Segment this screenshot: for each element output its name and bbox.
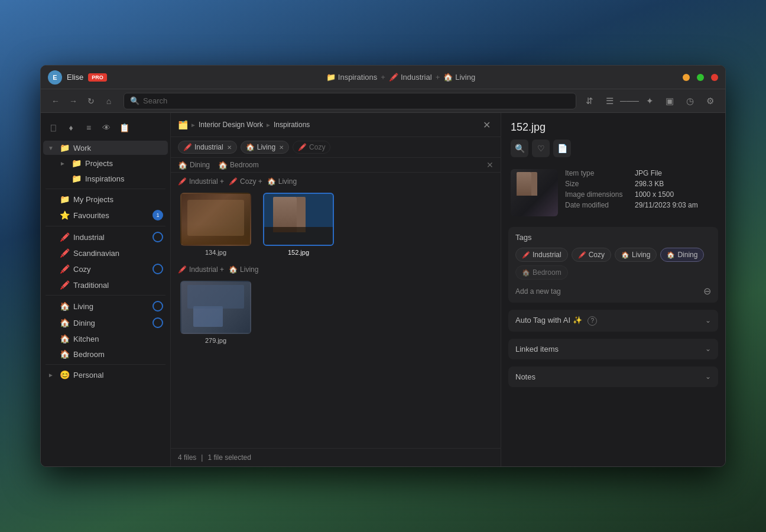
- filter-cozy-label: Cozy: [309, 143, 325, 151]
- sidebar-list-btn[interactable]: ≡: [81, 120, 96, 135]
- sidebar-tag-btn[interactable]: ♦: [63, 120, 79, 135]
- notes-collapse-icon: ⌄: [705, 372, 711, 381]
- sidebar-item-industrial[interactable]: ► 🖍️ Industrial: [43, 229, 168, 245]
- file-item-152[interactable]: 152.jpg: [261, 190, 336, 258]
- maximize-button[interactable]: [697, 74, 704, 81]
- expand-arrow-work: ▼: [48, 145, 56, 151]
- sidebar-item-projects[interactable]: ► 📁 Projects: [43, 156, 168, 170]
- add-tag-button[interactable]: ⊖: [703, 286, 711, 297]
- sidebar-item-living[interactable]: ► 🏠 Living: [43, 299, 168, 314]
- sidebar-item-kitchen[interactable]: ► 🏠 Kitchen: [43, 332, 168, 346]
- sidebar-item-work[interactable]: ▼ 📁 Work: [43, 141, 168, 155]
- nav-buttons: ← → ↻ ⌂: [48, 93, 116, 109]
- detail-thumbnail: [511, 169, 558, 216]
- sidebar-label-industrial: Industrial: [73, 233, 150, 242]
- panel-breadcrumb: 🗂️ ► Interior Design Work ► Inspirations: [178, 120, 476, 129]
- filter-tab-industrial[interactable]: 🖍️ Industrial ✕: [178, 141, 237, 154]
- tag-cozy[interactable]: 🖍️ Cozy: [572, 248, 611, 262]
- remove-bedroom-tag[interactable]: 🏠 Bedroom: [218, 161, 259, 170]
- home-button[interactable]: ⌂: [101, 93, 116, 109]
- bc-inspirations2[interactable]: Inspirations: [274, 121, 310, 129]
- section1-cozy-label: Cozy +: [240, 177, 262, 186]
- sidebar-item-inspirations[interactable]: ► 📁 Inspirations: [43, 171, 168, 186]
- bc-folder-icon2: 🗂️: [178, 120, 188, 129]
- add-tag-row[interactable]: Add a new tag ⊖: [515, 286, 711, 297]
- filter-living-close[interactable]: ✕: [279, 144, 284, 151]
- expand-arrow-personal: ►: [48, 372, 56, 378]
- minimize-button[interactable]: [683, 74, 690, 81]
- username-label: Elise: [67, 73, 83, 82]
- tag-bedroom[interactable]: 🏠 Bedroom: [515, 265, 568, 280]
- bc-folder-icon: 📁: [326, 73, 336, 82]
- sidebar-item-traditional[interactable]: ► 🖍️ Traditional: [43, 278, 168, 292]
- right-panel: 152.jpg 🔍 ♡ 📄 Item type JPG File: [501, 113, 725, 466]
- filter-tab-living[interactable]: 🏠 Living ✕: [241, 141, 289, 154]
- detail-search-button[interactable]: 🔍: [511, 140, 528, 157]
- notes-section: Notes ⌄: [508, 366, 718, 387]
- list-view-button[interactable]: ☰: [601, 93, 618, 109]
- thumbnail-279: [180, 281, 251, 334]
- remove-dining-icon: 🏠: [178, 161, 187, 170]
- footer-sep: |: [201, 453, 203, 462]
- file-grid-1: 134.jpg 152.jpg: [178, 190, 494, 258]
- sidebar-item-myprojects[interactable]: ► 📁 My Projects: [43, 192, 168, 206]
- layout-button[interactable]: ▣: [661, 93, 678, 109]
- sidebar-item-cozy[interactable]: ► 🖍️ Cozy: [43, 261, 168, 277]
- options-button[interactable]: ───: [621, 93, 638, 109]
- share-button[interactable]: ✦: [641, 93, 658, 109]
- sidebar-view-btn[interactable]: 👁: [99, 120, 114, 135]
- notes-title: Notes: [515, 372, 535, 381]
- file-section-2: 🖍️ Industrial + 🏠 Living 279.jpg: [171, 261, 501, 349]
- auto-tag-title: Auto Tag with AI ✨ ?: [515, 316, 597, 326]
- close-button[interactable]: [711, 74, 718, 81]
- auto-tag-header[interactable]: Auto Tag with AI ✨ ? ⌄: [515, 316, 711, 326]
- section2-living-label: Living: [240, 265, 258, 274]
- linked-items-header[interactable]: Linked items ⌄: [515, 345, 711, 353]
- notes-header[interactable]: Notes ⌄: [515, 372, 711, 381]
- detail-heart-button[interactable]: ♡: [532, 140, 550, 157]
- sort-button[interactable]: ⇵: [581, 93, 598, 109]
- file-item-134[interactable]: 134.jpg: [178, 190, 254, 258]
- auto-tag-section: Auto Tag with AI ✨ ? ⌄: [508, 310, 718, 332]
- sidebar-label-personal: Personal: [73, 371, 163, 379]
- refresh-button[interactable]: ↻: [83, 93, 99, 109]
- tag-cozy-label: Cozy: [589, 251, 605, 259]
- sidebar-item-personal[interactable]: ► 😊 Personal: [43, 368, 168, 382]
- sidebar-archive-btn[interactable]: ⎕: [46, 120, 61, 135]
- file-section-1: 🖍️ Industrial + 🖍️ Cozy + 🏠 Living 134.j…: [171, 173, 501, 261]
- settings-button[interactable]: ⚙: [702, 93, 718, 109]
- detail-doc-button[interactable]: 📄: [553, 140, 571, 157]
- sidebar-item-scandinavian[interactable]: ► 🖍️ Scandinavian: [43, 246, 168, 260]
- dining-dot: [152, 317, 163, 328]
- remove-dining-tag[interactable]: 🏠 Dining: [178, 161, 210, 170]
- file-item-279[interactable]: 279.jpg: [178, 278, 254, 346]
- forward-button[interactable]: →: [66, 93, 81, 109]
- history-button[interactable]: ◷: [681, 93, 698, 109]
- right-panel-actions: 🔍 ♡ 📄: [511, 140, 716, 157]
- bc-interior-design-work[interactable]: Interior Design Work: [199, 121, 263, 129]
- tag-industrial-icon: 🖍️: [522, 251, 530, 259]
- size-label: Size: [565, 180, 630, 188]
- right-panel-header: 152.jpg 🔍 ♡ 📄: [501, 113, 725, 169]
- auto-tag-help-button[interactable]: ?: [588, 316, 597, 326]
- sidebar-toolbar: ⎕ ♦ ≡ 👁 📋: [41, 118, 170, 138]
- filter-tab-cozy[interactable]: 🖍️ Cozy: [293, 141, 330, 154]
- sidebar-label-myprojects: My Projects: [73, 195, 163, 204]
- tag-industrial[interactable]: 🖍️ Industrial: [515, 248, 568, 262]
- item-type-value: JPG File: [635, 169, 662, 177]
- sidebar-item-bedroom[interactable]: ► 🏠 Bedroom: [43, 347, 168, 361]
- sidebar-item-dining[interactable]: ► 🏠 Dining: [43, 315, 168, 330]
- filter-industrial-icon: 🖍️: [183, 143, 192, 151]
- tag-living[interactable]: 🏠 Living: [615, 248, 657, 262]
- filter-industrial-close[interactable]: ✕: [227, 144, 232, 151]
- living-dot: [152, 301, 163, 312]
- linked-items-title: Linked items: [515, 345, 559, 353]
- middle-panel: 🗂️ ► Interior Design Work ► Inspirations…: [171, 113, 501, 466]
- tag-dining[interactable]: 🏠 Dining: [660, 248, 704, 262]
- panel-close-button[interactable]: ✕: [479, 118, 494, 132]
- auto-tag-label: Auto Tag with AI: [515, 316, 570, 325]
- back-button[interactable]: ←: [48, 93, 63, 109]
- sidebar-copy-btn[interactable]: 📋: [116, 120, 132, 135]
- sidebar-item-favourites[interactable]: ► ⭐ Favourites 1: [43, 207, 168, 223]
- remove-bar-close-button[interactable]: ✕: [486, 160, 494, 170]
